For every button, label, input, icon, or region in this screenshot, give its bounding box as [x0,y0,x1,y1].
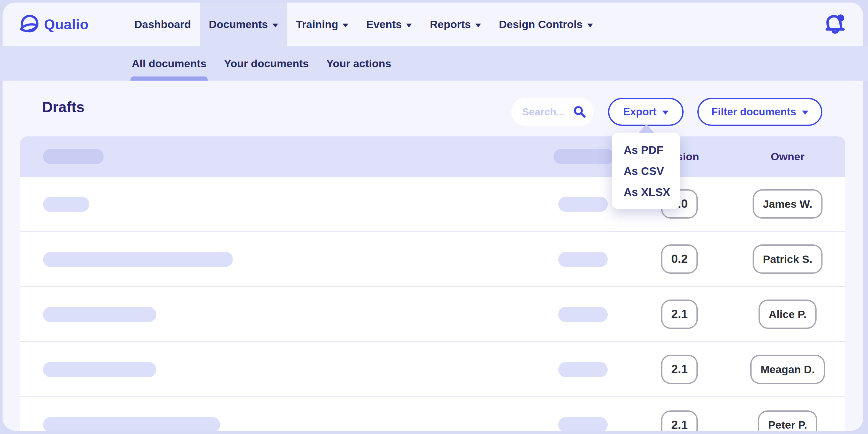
nav-item-label: Documents [209,18,268,31]
title-placeholder-bar [43,252,233,267]
export-menu: As PDF As CSV As XLSX [612,133,680,209]
documents-table: Version Owner 1.0 James W. 0.2 Patrick S… [20,136,845,431]
nav-item-label: Events [366,18,402,31]
menu-item-as-pdf[interactable]: As PDF [612,140,680,161]
tab-label: Your actions [326,57,391,70]
nav-item-events[interactable]: Events [357,3,421,46]
unread-dot [837,14,844,21]
main-nav: Dashboard Documents Training Events Repo… [125,3,602,46]
owner-badge: Peter P. [758,410,817,431]
version-badge: 0.2 [661,244,698,274]
version-badge: 2.1 [661,410,698,431]
chevron-down-icon [587,24,593,27]
owner-badge: Meagan D. [750,355,825,384]
search-box[interactable] [512,98,594,126]
filter-documents-button[interactable]: Filter documents [698,98,823,126]
nav-item-dashboard[interactable]: Dashboard [125,3,200,46]
filter-button-label: Filter documents [711,106,796,118]
table-row[interactable]: 2.1 Meagan D. [20,342,845,397]
page-title: Drafts [42,98,85,116]
export-button-label: Export [623,106,656,118]
notifications-button[interactable] [824,13,847,37]
table-row[interactable]: 1.0 James W. [20,177,845,232]
tab-label: All documents [132,57,207,70]
tab-your-actions[interactable]: Your actions [326,46,391,80]
app-window: Qualio Dashboard Documents Training Even… [0,0,868,434]
title-placeholder-bar [43,362,156,377]
table-row[interactable]: 2.1 Alice P. [20,287,845,342]
status-placeholder-bar [558,362,608,377]
top-navbar: Qualio Dashboard Documents Training Even… [3,3,863,46]
table-row[interactable]: 0.2 Patrick S. [20,232,845,287]
active-tab-indicator [130,76,208,80]
menu-item-as-csv[interactable]: As CSV [612,161,680,181]
status-placeholder-bar [558,307,608,322]
qualio-logo-icon [19,14,39,35]
status-placeholder-bar [558,417,608,431]
status-placeholder-bar [558,197,608,212]
brand-logo[interactable]: Qualio [19,3,89,46]
export-button[interactable]: Export [608,98,684,126]
version-badge: 2.1 [661,300,698,329]
column-header-owner: Owner [756,136,819,177]
chevron-down-icon [475,24,481,27]
nav-item-label: Training [296,18,338,31]
title-placeholder-bar [43,307,156,322]
menu-caret-icon [639,124,654,133]
menu-item-as-xlsx[interactable]: As XLSX [612,181,680,203]
search-icon [573,105,586,118]
chevron-down-icon [272,24,278,27]
bell-icon [825,13,846,36]
header-placeholder-bar [43,149,104,164]
status-placeholder-bar [558,252,608,267]
nav-item-documents[interactable]: Documents [200,3,287,46]
documents-subnav: All documents Your documents Your action… [0,46,868,80]
nav-item-label: Dashboard [134,18,191,31]
tab-all-documents[interactable]: All documents [132,46,207,80]
brand-name: Qualio [44,16,89,33]
chevron-down-icon [343,24,348,27]
nav-item-reports[interactable]: Reports [421,3,490,46]
tab-label: Your documents [224,57,309,70]
chevron-down-icon [802,110,808,115]
content-area: Drafts Export Filter documents Version O… [3,80,863,431]
nav-item-label: Reports [430,18,470,31]
header-placeholder-bar [554,149,614,164]
nav-item-label: Design Controls [499,18,583,31]
title-placeholder-bar [43,197,89,212]
nav-item-training[interactable]: Training [287,3,357,46]
owner-badge: Alice P. [758,300,817,329]
title-placeholder-bar [43,417,220,431]
owner-badge: James W. [753,189,823,219]
chevron-down-icon [662,110,669,115]
version-badge: 2.1 [661,355,698,384]
owner-badge: Patrick S. [753,244,823,274]
tab-your-documents[interactable]: Your documents [224,46,309,80]
chevron-down-icon [406,24,412,27]
search-input[interactable] [522,106,577,118]
table-header-row: Version Owner [20,136,845,177]
table-row[interactable]: 2.1 Peter P. [20,397,845,431]
nav-item-design-controls[interactable]: Design Controls [490,3,602,46]
